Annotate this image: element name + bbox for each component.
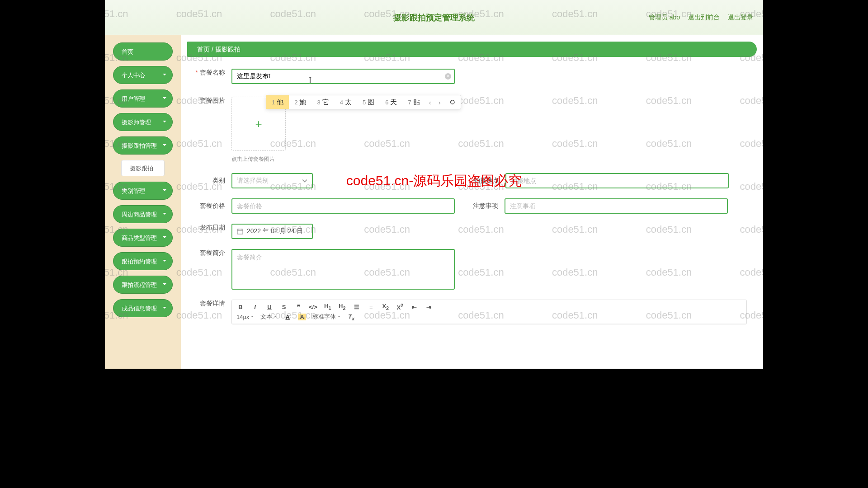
nav-personal[interactable]: 个人中心: [113, 66, 173, 84]
calendar-icon: [237, 228, 243, 235]
nav-booking-mgmt[interactable]: 跟拍预约管理: [113, 252, 173, 270]
nav-photoshoot-mgmt[interactable]: 摄影跟拍管理: [113, 136, 173, 155]
label-location: 拍摄地点: [465, 177, 499, 185]
editor-strike[interactable]: S: [280, 304, 288, 310]
textarea-intro[interactable]: [231, 249, 455, 290]
nav-category-mgmt[interactable]: 类别管理: [113, 182, 173, 200]
chevron-down-icon: [162, 113, 167, 131]
editor-indent[interactable]: ⇥: [425, 304, 433, 310]
editor-fontstyle[interactable]: 文本: [260, 313, 277, 321]
editor-underline[interactable]: U: [265, 304, 274, 310]
editor-sub[interactable]: X2: [382, 303, 390, 311]
editor-bgcolor[interactable]: A: [298, 314, 306, 320]
editor-fontfamily[interactable]: 标准字体: [312, 313, 341, 321]
editor-textcolor[interactable]: A: [283, 314, 292, 320]
label-detail: 套餐详情: [191, 300, 225, 308]
chevron-down-icon: [162, 66, 167, 84]
input-price[interactable]: [231, 198, 455, 214]
breadcrumb-sep: /: [212, 46, 215, 53]
breadcrumb: 首页 / 摄影跟拍: [187, 42, 757, 57]
upload-hint: 点击上传套餐图片: [231, 155, 286, 163]
chevron-down-icon: [162, 205, 167, 223]
label-name: 套餐名称: [191, 69, 225, 77]
ime-candidate-4[interactable]: 4太: [335, 95, 357, 109]
nav-process-mgmt[interactable]: 跟拍流程管理: [113, 276, 173, 294]
label-price: 套餐价格: [191, 202, 225, 210]
editor-h2[interactable]: H2: [338, 303, 346, 311]
editor-h1[interactable]: H1: [324, 303, 332, 311]
editor-quote[interactable]: ❞: [294, 304, 302, 310]
chevron-down-icon: [162, 136, 167, 155]
text-cursor-icon: I: [309, 76, 311, 85]
ime-candidate-6[interactable]: 6天: [380, 95, 402, 109]
nav-photoshoot-sub[interactable]: 摄影跟拍: [121, 160, 165, 176]
editor-code[interactable]: </>: [309, 304, 317, 310]
content-area: 首页 / 摄影跟拍 套餐名称 × 1他 2她 3它: [181, 35, 763, 369]
editor-sup[interactable]: X2: [396, 303, 404, 311]
rich-editor[interactable]: B I U S ❞ </> H1 H2 ☰ ≡ X2: [231, 300, 747, 324]
plus-icon: +: [255, 117, 262, 131]
admin-link[interactable]: 管理员 abo: [649, 14, 680, 22]
logout-link[interactable]: 退出登录: [728, 14, 753, 22]
app-header: 摄影跟拍预定管理系统 管理员 abo 退出到前台 退出登录: [105, 0, 763, 35]
label-date: 发布日期: [191, 224, 225, 232]
breadcrumb-home[interactable]: 首页: [197, 46, 210, 53]
label-image: 套餐图片: [191, 97, 225, 105]
ime-candidate-1[interactable]: 1他: [266, 95, 289, 109]
label-intro: 套餐简介: [191, 249, 225, 257]
input-location[interactable]: [505, 173, 729, 188]
sidebar: 首页 个人中心 用户管理 摄影师管理 摄影跟拍管理 摄影跟拍 类别管理 周边商品…: [105, 35, 181, 369]
ime-candidate-5[interactable]: 5图: [357, 95, 380, 109]
editor-outdent[interactable]: ⇤: [410, 304, 419, 310]
editor-list-ul[interactable]: ≡: [367, 304, 375, 310]
input-date[interactable]: 2022 年 02 月 24 日: [231, 224, 313, 239]
chevron-down-icon: [162, 229, 167, 247]
editor-list-ol[interactable]: ☰: [353, 304, 361, 310]
chevron-down-icon: [162, 252, 167, 270]
chevron-down-icon: [162, 299, 167, 317]
input-notice[interactable]: [505, 198, 728, 214]
nav-photographer-mgmt[interactable]: 摄影师管理: [113, 113, 173, 131]
form: 套餐名称 × 1他 2她 3它 4太 5图 6天 7贴 ‹: [187, 69, 757, 324]
nav-goods-mgmt[interactable]: 周边商品管理: [113, 205, 173, 223]
chevron-down-icon: [162, 89, 167, 108]
ime-emoji-icon[interactable]: ☺: [444, 98, 461, 106]
nav-goodstype-mgmt[interactable]: 商品类型管理: [113, 229, 173, 247]
select-category[interactable]: 请选择类别: [231, 173, 313, 188]
input-name[interactable]: [231, 69, 455, 84]
editor-bold[interactable]: B: [236, 304, 245, 310]
editor-clearformat[interactable]: Tx: [347, 313, 355, 321]
chevron-down-icon: [162, 276, 167, 294]
nav-home[interactable]: 首页: [113, 42, 173, 61]
breadcrumb-current: 摄影跟拍: [215, 46, 241, 53]
ime-prev-icon[interactable]: ‹: [425, 99, 435, 106]
nav-user-mgmt[interactable]: 用户管理: [113, 89, 173, 108]
chevron-down-icon: [162, 182, 167, 200]
editor-fontsize[interactable]: 14px: [236, 314, 254, 320]
clear-icon[interactable]: ×: [445, 73, 451, 80]
nav-product-mgmt[interactable]: 成品信息管理: [113, 299, 173, 317]
exit-front-link[interactable]: 退出到前台: [688, 14, 720, 22]
ime-candidate-7[interactable]: 7贴: [402, 95, 425, 109]
label-category: 类别: [191, 177, 225, 185]
chevron-down-icon: [302, 178, 307, 183]
ime-candidate-bar: 1他 2她 3它 4太 5图 6天 7贴 ‹ › ☺: [266, 95, 461, 109]
label-notice: 注意事项: [464, 202, 498, 210]
svg-rect-0: [237, 229, 243, 234]
ime-candidate-3[interactable]: 3它: [311, 95, 334, 109]
editor-toolbar: B I U S ❞ </> H1 H2 ☰ ≡ X2: [232, 300, 746, 324]
ime-candidate-2[interactable]: 2她: [289, 95, 311, 109]
ime-next-icon[interactable]: ›: [435, 99, 444, 106]
editor-italic[interactable]: I: [251, 304, 259, 310]
